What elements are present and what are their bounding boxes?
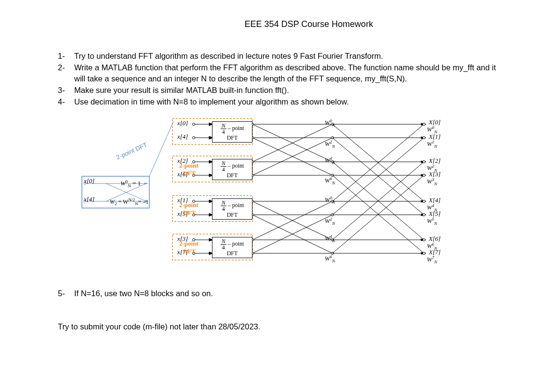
- svg-point-15: [193, 123, 195, 126]
- n4-top: – point: [228, 125, 244, 132]
- page-title: EEE 354 DSP Course Homework: [116, 19, 502, 29]
- mid-w: W4N: [325, 156, 335, 165]
- list-item: 5- If N=16, use two N=8 blocks and so on…: [58, 288, 502, 299]
- svg-marker-7: [145, 183, 148, 184]
- instruction-list: 1- Try to understand FFT algorithm as de…: [58, 51, 502, 107]
- n4-bot: DFT: [227, 250, 238, 257]
- right-w: W1N: [427, 140, 437, 149]
- n4-top: – point: [228, 163, 244, 170]
- n4-top: – point: [228, 241, 244, 248]
- right-w: W7N: [427, 255, 437, 264]
- item-number: 1-: [58, 51, 74, 61]
- left-x0: x[0]: [84, 177, 94, 185]
- item-text: If N=16, use two N=8 blocks and so on.: [74, 288, 502, 299]
- mid-w: W4N: [325, 234, 335, 243]
- mid-w: W0N: [325, 196, 335, 205]
- item-number: 4-: [58, 96, 74, 107]
- item-number: 5-: [58, 288, 74, 299]
- list-item: 2- Write a MATLAB function that perform …: [58, 62, 502, 84]
- closing-note: Try to submit your code (m-file) not lat…: [58, 322, 502, 331]
- mid-w: W0N: [325, 118, 335, 128]
- right-w: W6N: [427, 242, 437, 251]
- stage2-dft: DFT: [183, 170, 196, 177]
- right-w: W2N: [427, 164, 437, 173]
- item-text: Write a MATLAB function that perform the…: [74, 62, 502, 84]
- mid-w: W6N: [325, 254, 335, 263]
- svg-point-18: [193, 137, 195, 139]
- svg-point-102: [423, 252, 425, 255]
- n4-top: – point: [228, 202, 244, 209]
- svg-point-97: [423, 161, 425, 163]
- list-item: 4- Use decimation in time with N=8 to im…: [58, 96, 502, 107]
- left-w0: W0N = 1: [120, 179, 141, 188]
- right-w: W4N: [427, 203, 437, 212]
- right-w: W0N: [427, 125, 437, 134]
- svg-point-96: [423, 137, 425, 139]
- right-w: W5N: [427, 217, 437, 226]
- svg-point-98: [423, 174, 425, 177]
- item-text: Make sure your result is similar MATLAB …: [74, 85, 502, 95]
- stage2-2point: 2-point: [179, 240, 198, 248]
- left-x4: x[4]: [84, 196, 94, 203]
- svg-point-101: [423, 239, 425, 241]
- fft-diagram: N4 – point DFT N4 – point DFT N4 – point…: [72, 114, 467, 277]
- n4-dft-box: N4 – point DFT: [212, 198, 252, 220]
- homework-page: EEE 354 DSP Course Homework 1- Try to un…: [0, 0, 555, 341]
- instruction-list-cont: 5- If N=16, use two N=8 blocks and so on…: [58, 288, 502, 299]
- n4-dft-box: N4 – point DFT: [212, 159, 252, 180]
- svg-line-9: [149, 121, 173, 176]
- input-x0: x[0]: [177, 119, 188, 127]
- item-number: 2-: [58, 62, 74, 84]
- mid-w: W2N: [325, 217, 335, 226]
- mid-w: W6N: [325, 176, 335, 185]
- list-item: 1- Try to understand FFT algorithm as de…: [58, 51, 502, 61]
- svg-point-95: [423, 123, 425, 126]
- left-w2: W2 = WN/2N= –1: [110, 197, 148, 206]
- input-x4: x[4]: [177, 133, 188, 141]
- svg-point-100: [423, 214, 425, 216]
- item-text: Try to understand FFT algorithm as descr…: [74, 51, 502, 61]
- stage2-2point: 2-point: [179, 162, 198, 170]
- stage2-dft: DFT: [183, 248, 196, 255]
- item-number: 3-: [58, 85, 74, 95]
- right-w: W3N: [427, 177, 437, 186]
- svg-point-99: [423, 200, 425, 203]
- stage2-2point: 2-point: [179, 201, 198, 209]
- item-text: Use decimation in time with N=8 to imple…: [74, 96, 502, 107]
- n4-bot: DFT: [227, 172, 238, 179]
- n4-dft-box: N4 – point DFT: [212, 237, 252, 258]
- n4-bot: DFT: [227, 134, 238, 141]
- stage2-dft: DFT: [183, 209, 196, 217]
- n4-dft-box: N4 – point DFT: [212, 121, 252, 143]
- mid-w: W2N: [325, 140, 335, 149]
- list-item: 3- Make sure your result is similar MATL…: [58, 85, 502, 95]
- n4-bot: DFT: [227, 211, 238, 218]
